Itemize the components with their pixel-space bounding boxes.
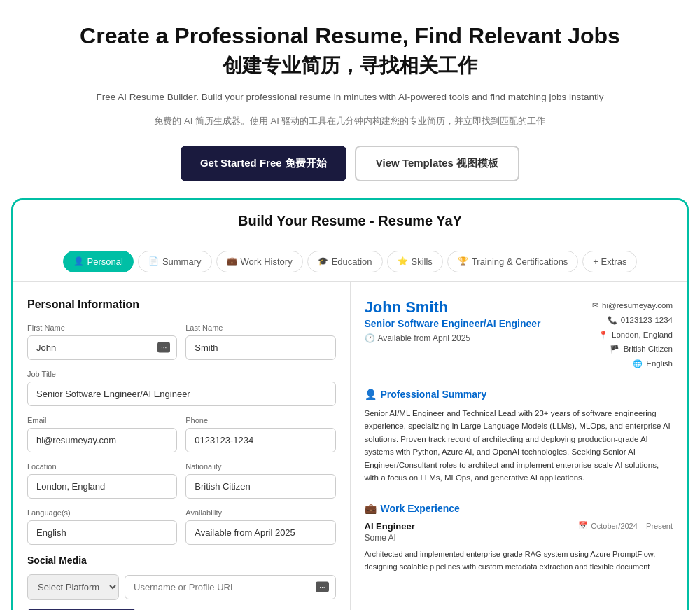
resume-language: 🌐 English xyxy=(592,356,673,371)
location-icon: 📍 xyxy=(598,331,608,339)
skills-icon: ⭐ xyxy=(398,256,408,266)
job-title-input[interactable] xyxy=(27,382,336,406)
last-name-group: Last Name xyxy=(186,324,335,360)
resume-summary-title: 👤 Professional Summary xyxy=(365,389,673,400)
ai-icon-first-name: ··· xyxy=(158,342,170,353)
location-input[interactable] xyxy=(27,474,177,499)
resume-work-title: 💼 Work Experience xyxy=(365,503,673,514)
resume-availability: 🕐 Available from April 2025 xyxy=(365,333,592,343)
social-row: Select Platform LinkedIn GitHub Twitter … xyxy=(27,574,336,600)
tab-training-label: Training & Certifications xyxy=(472,256,568,267)
hero-buttons: Get Started Free 免费开始 View Templates 视图模… xyxy=(14,146,686,181)
tab-education[interactable]: 🎓 Education xyxy=(307,251,383,272)
location-group: Location xyxy=(27,462,177,499)
education-icon: 🎓 xyxy=(318,256,328,266)
phone-label: Phone xyxy=(186,416,335,424)
resume-job-title: AI Engineer xyxy=(365,521,415,532)
nationality-icon: 🏴 xyxy=(610,345,620,353)
social-url-input[interactable] xyxy=(125,575,336,599)
personal-icon: 👤 xyxy=(74,256,84,266)
languages-label: Language(s) xyxy=(27,508,177,517)
ai-icon-social: ··· xyxy=(316,582,328,592)
last-name-input[interactable] xyxy=(186,335,335,360)
resume-summary-body: Senior AI/ML Engineer and Technical Lead… xyxy=(365,407,673,484)
nav-tabs: 👤 Personal 📄 Summary 💼 Work History 🎓 Ed… xyxy=(13,242,687,282)
nationality-label: Nationality xyxy=(186,462,335,471)
social-platform-select[interactable]: Select Platform LinkedIn GitHub Twitter xyxy=(27,574,119,600)
phone-input[interactable] xyxy=(186,428,335,452)
tab-extras[interactable]: + Extras xyxy=(582,251,637,272)
tab-extras-label: + Extras xyxy=(593,256,626,267)
resume-divider-2 xyxy=(365,494,673,494)
tab-personal[interactable]: 👤 Personal xyxy=(63,251,134,272)
location-label: Location xyxy=(27,462,177,471)
resume-header-left: John Smith Senior Software Engineer/AI E… xyxy=(365,298,592,343)
tab-summary[interactable]: 📄 Summary xyxy=(138,251,212,272)
hero-title-zh: 创建专业简历，寻找相关工作 xyxy=(14,52,686,79)
tab-work-label: Work History xyxy=(241,256,293,267)
tab-education-label: Education xyxy=(332,256,372,267)
nationality-group: Nationality xyxy=(186,462,335,499)
social-media-title: Social Media xyxy=(27,555,336,566)
availability-group: Availability xyxy=(186,508,335,545)
email-label: Email xyxy=(27,416,177,424)
lang-avail-row: Language(s) Availability xyxy=(27,508,336,545)
resume-header: John Smith Senior Software Engineer/AI E… xyxy=(365,298,673,371)
hero-title-en: Create a Professional Resume, Find Relev… xyxy=(14,22,686,49)
language-icon: 🌐 xyxy=(633,359,643,368)
summary-section-icon: 👤 xyxy=(365,389,377,400)
email-phone-row: Email Phone xyxy=(27,416,336,452)
job-title-row: Job Title xyxy=(27,370,336,406)
resume-email: ✉ hi@resumeyay.com xyxy=(592,298,673,313)
resume-nationality: 🏴 British Citizen xyxy=(592,342,673,356)
availability-icon: 🕐 xyxy=(365,333,375,343)
tab-summary-label: Summary xyxy=(162,256,202,267)
hero-subtitle-en: Free AI Resume Builder. Build your profe… xyxy=(14,90,686,105)
view-templates-button[interactable]: View Templates 视图模板 xyxy=(355,146,519,181)
availability-label: Availability xyxy=(186,508,335,517)
availability-input[interactable] xyxy=(186,520,335,545)
form-panel: Personal Information First Name ··· Last… xyxy=(13,282,351,610)
email-input[interactable] xyxy=(27,428,177,452)
resume-job-company: Some AI xyxy=(365,533,415,543)
resume-divider-1 xyxy=(365,380,673,380)
job-title-label: Job Title xyxy=(27,370,336,378)
resume-job-header: AI Engineer Some AI 📅 October/2024 – Pre… xyxy=(365,521,673,543)
languages-input[interactable] xyxy=(27,520,177,545)
languages-group: Language(s) xyxy=(27,508,177,545)
form-section-title: Personal Information xyxy=(27,298,336,311)
hero-subtitle-zh: 免费的 AI 简历生成器。使用 AI 驱动的工具在几分钟内构建您的专业简历，并立… xyxy=(14,114,686,129)
tab-training[interactable]: 🏆 Training & Certifications xyxy=(447,251,579,272)
training-icon: 🏆 xyxy=(458,256,468,266)
main-layout: Personal Information First Name ··· Last… xyxy=(13,282,687,610)
tab-work-history[interactable]: 💼 Work History xyxy=(216,251,303,272)
resume-job-date: 📅 October/2024 – Present xyxy=(578,521,673,530)
tab-skills[interactable]: ⭐ Skills xyxy=(387,251,443,272)
first-name-input-wrapper: ··· xyxy=(27,335,177,360)
app-container: Build Your Resume - Resume YaY 👤 Persona… xyxy=(11,198,689,610)
tab-personal-label: Personal xyxy=(88,256,123,267)
resume-job-title: Senior Software Engineer/AI Engineer xyxy=(365,318,592,329)
job-title-group: Job Title xyxy=(27,370,336,406)
phone-group: Phone xyxy=(186,416,335,452)
app-header: Build Your Resume - Resume YaY xyxy=(13,200,687,242)
get-started-button[interactable]: Get Started Free 免费开始 xyxy=(181,146,346,181)
first-name-input[interactable] xyxy=(27,335,177,360)
nationality-input[interactable] xyxy=(186,474,335,499)
app-header-title: Build Your Resume - Resume YaY xyxy=(238,213,462,228)
resume-job-left: AI Engineer Some AI xyxy=(365,521,415,543)
first-name-label: First Name xyxy=(27,324,177,332)
location-nationality-row: Location Nationality xyxy=(27,462,336,499)
preview-panel: John Smith Senior Software Engineer/AI E… xyxy=(351,282,687,610)
work-icon: 💼 xyxy=(227,256,237,266)
last-name-label: Last Name xyxy=(186,324,335,332)
hero-section: Create a Professional Resume, Find Relev… xyxy=(0,0,700,198)
tab-skills-label: Skills xyxy=(412,256,433,267)
phone-icon: 📞 xyxy=(608,316,617,324)
name-row: First Name ··· Last Name xyxy=(27,324,336,360)
resume-contact: ✉ hi@resumeyay.com 📞 0123123-1234 📍 Lond… xyxy=(592,298,673,371)
email-group: Email xyxy=(27,416,177,452)
email-icon: ✉ xyxy=(592,301,598,310)
resume-name: John Smith xyxy=(365,298,592,317)
resume-phone: 📞 0123123-1234 xyxy=(592,313,673,328)
